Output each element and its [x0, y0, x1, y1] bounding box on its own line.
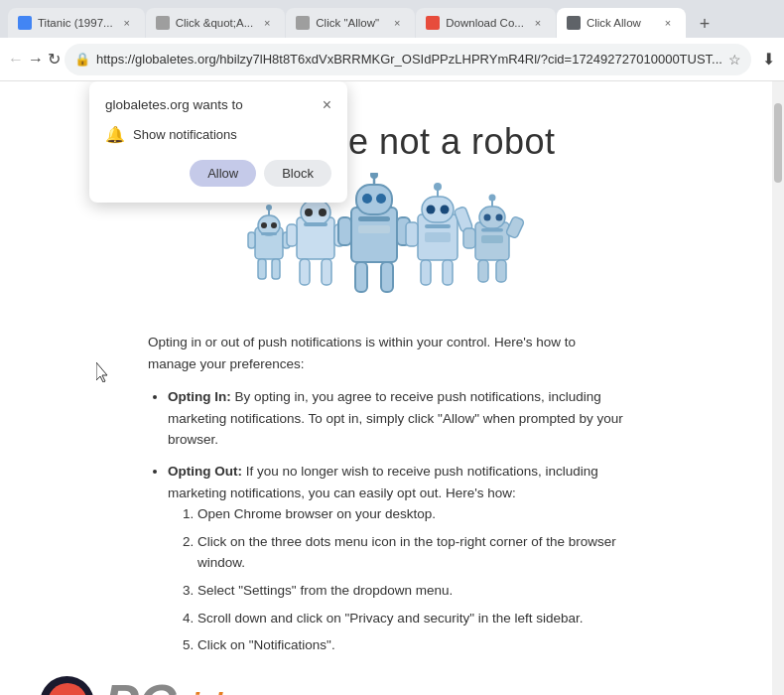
svg-rect-20	[300, 259, 310, 285]
tab-5-close[interactable]: ×	[660, 15, 676, 31]
svg-rect-33	[381, 262, 393, 292]
svg-rect-23	[356, 185, 392, 214]
back-button[interactable]: ←	[8, 46, 24, 73]
svg-point-49	[496, 214, 503, 221]
block-button[interactable]: Block	[264, 160, 331, 187]
pc-logo-inner	[48, 683, 87, 695]
tab-1-favicon	[18, 16, 32, 30]
bookmark-icon[interactable]: ☆	[728, 52, 741, 68]
popup-header: globaletes.org wants to ×	[105, 97, 331, 113]
svg-rect-7	[248, 232, 255, 248]
svg-point-36	[427, 206, 436, 214]
svg-rect-38	[425, 224, 451, 228]
tab-1[interactable]: Titanic (1997... ×	[8, 8, 145, 38]
svg-rect-57	[496, 260, 506, 282]
browser-window: Titanic (1997... × Click &quot;A... × Cl…	[0, 0, 784, 695]
svg-rect-51	[481, 235, 503, 243]
svg-point-6	[266, 205, 272, 210]
tab-5-favicon	[567, 16, 581, 30]
step-3: Select "Settings" from the dropdown menu…	[197, 580, 624, 602]
svg-point-2	[261, 222, 267, 228]
svg-point-41	[434, 183, 442, 191]
step-2: Click on the three dots menu icon in the…	[197, 531, 624, 574]
content-list: Opting In: By opting in, you agree to re…	[168, 386, 624, 656]
svg-rect-21	[322, 259, 331, 285]
svg-rect-10	[272, 259, 280, 279]
url-text: https://globaletes.org/hbilzy7lH8t8T6xdV…	[96, 52, 722, 67]
scrollbar-thumb[interactable]	[774, 103, 782, 183]
forward-button[interactable]: →	[28, 46, 44, 73]
svg-point-25	[376, 194, 386, 204]
svg-point-24	[362, 194, 372, 204]
opting-in-item: Opting In: By opting in, you agree to re…	[168, 386, 624, 451]
tab-2[interactable]: Click &quot;A... ×	[146, 8, 286, 38]
tab-4[interactable]: Download Co... ×	[416, 8, 556, 38]
svg-rect-4	[261, 232, 277, 235]
tab-3-favicon	[296, 16, 310, 30]
step-1: Open Chrome browser on your desktop.	[197, 503, 624, 525]
toolbar: ← → ↻ 🔒 https://globaletes.org/hbilzy7lH…	[0, 38, 784, 81]
tab-4-favicon	[426, 16, 440, 30]
popup-buttons: Allow Block	[105, 160, 331, 187]
svg-rect-22	[351, 208, 397, 262]
tab-3-title: Click "Allow"	[316, 17, 383, 29]
tab-1-close[interactable]: ×	[119, 15, 135, 31]
tab-3[interactable]: Click "Allow" ×	[286, 8, 415, 38]
address-bar[interactable]: 🔒 https://globaletes.org/hbilzy7lH8t8T6x…	[65, 44, 751, 75]
svg-rect-50	[481, 228, 503, 232]
refresh-button[interactable]: ↻	[48, 46, 61, 73]
tab-4-close[interactable]: ×	[530, 15, 546, 31]
opting-out-title: Opting Out:	[168, 464, 242, 479]
svg-rect-42	[406, 222, 418, 246]
tab-2-favicon	[156, 16, 170, 30]
tab-2-title: Click &quot;A...	[176, 17, 254, 29]
toolbar-actions: ⬇ 👤 ⋮	[755, 46, 784, 73]
svg-point-14	[319, 208, 327, 216]
bell-icon: 🔔	[105, 125, 125, 144]
tab-3-close[interactable]: ×	[389, 15, 405, 31]
tab-2-close[interactable]: ×	[259, 15, 275, 31]
svg-rect-15	[304, 222, 327, 226]
svg-rect-26	[358, 216, 390, 221]
page-content: globaletes.org wants to × 🔔 Show notific…	[0, 81, 772, 695]
svg-rect-45	[443, 260, 453, 285]
new-tab-button[interactable]: +	[691, 10, 719, 38]
content-text: Opting in or out of push notifications i…	[148, 332, 624, 656]
step-5: Click on "Notifications".	[197, 634, 624, 656]
allow-button[interactable]: Allow	[190, 160, 256, 187]
logo-area: PC risk.com	[40, 676, 732, 695]
tab-1-title: Titanic (1997...	[38, 17, 113, 29]
risk-text: risk.com	[181, 687, 295, 695]
popup-title: globaletes.org wants to	[105, 97, 243, 112]
svg-rect-32	[355, 262, 367, 292]
opting-in-text: By opting in, you agree to receive push …	[168, 389, 623, 447]
svg-rect-30	[338, 217, 351, 245]
tab-5-title: Click Allow	[587, 17, 654, 29]
svg-point-53	[489, 195, 496, 202]
popup-close-button[interactable]: ×	[323, 97, 331, 113]
opting-out-item: Opting Out: If you no longer wish to rec…	[168, 461, 624, 656]
lock-icon: 🔒	[74, 52, 90, 67]
svg-rect-39	[425, 232, 451, 242]
download-button[interactable]: ⬇	[755, 46, 783, 73]
notification-popup: globaletes.org wants to × 🔔 Show notific…	[89, 81, 347, 203]
svg-rect-55	[505, 215, 524, 238]
pc-logo-circle	[40, 676, 94, 695]
content-paragraph: Opting in or out of push notifications i…	[148, 332, 624, 374]
svg-point-29	[370, 173, 378, 179]
opting-in-title: Opting In:	[168, 389, 231, 404]
popup-notification-row: 🔔 Show notifications	[105, 125, 331, 144]
svg-rect-56	[478, 260, 488, 282]
popup-notification-text: Show notifications	[133, 127, 237, 142]
pc-text: PC	[104, 677, 176, 695]
tab-bar: Titanic (1997... × Click &quot;A... × Cl…	[0, 0, 784, 38]
svg-rect-18	[287, 224, 297, 246]
tab-4-title: Download Co...	[446, 17, 524, 29]
svg-rect-54	[463, 228, 475, 248]
svg-rect-9	[258, 259, 266, 279]
svg-point-13	[305, 208, 313, 216]
svg-rect-27	[358, 225, 390, 233]
tab-5[interactable]: Click Allow ×	[557, 8, 686, 38]
scrollbar[interactable]	[772, 81, 784, 695]
step-4: Scroll down and click on "Privacy and se…	[197, 608, 624, 629]
